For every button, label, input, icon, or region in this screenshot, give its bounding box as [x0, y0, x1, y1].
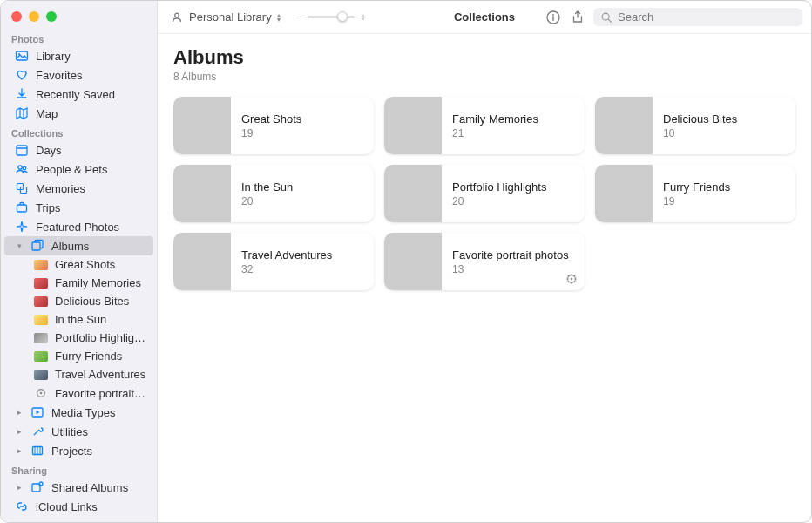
album-count: 19: [663, 195, 730, 207]
album-count: 32: [241, 263, 332, 275]
sidebar-album-delicious-bites[interactable]: Delicious Bites: [4, 292, 153, 310]
svg-point-14: [39, 482, 43, 486]
close-window-button[interactable]: [11, 11, 22, 22]
sidebar-item-label: Delicious Bites: [55, 295, 146, 308]
sidebar-item-label: Map: [36, 107, 146, 120]
album-card[interactable]: Travel Adventures32: [173, 233, 374, 290]
search-icon: [600, 11, 612, 24]
toolbar: Personal Library ▴▾ − + Collections: [158, 1, 811, 34]
library-picker[interactable]: Personal Library ▴▾: [166, 9, 284, 26]
slider-track[interactable]: [308, 16, 355, 18]
sidebar-album-great-shots[interactable]: Great Shots: [4, 255, 153, 274]
sidebar-item-label: Memories: [36, 182, 146, 195]
sidebar-album-travel-adventures[interactable]: Travel Adventures: [4, 365, 153, 384]
smart-album-gear-icon: [34, 386, 48, 400]
album-thumbnail-icon: [34, 351, 48, 362]
link-icon: [15, 499, 29, 513]
main-area: Personal Library ▴▾ − + Collections Albu…: [158, 1, 811, 522]
calendar-icon: [15, 143, 29, 157]
sidebar-album-family-memories[interactable]: Family Memories: [4, 274, 153, 292]
album-card[interactable]: In the Sun20: [173, 165, 374, 222]
fullscreen-window-button[interactable]: [46, 11, 57, 22]
smart-album-gear-icon[interactable]: [565, 273, 578, 285]
minimize-window-button[interactable]: [29, 11, 39, 22]
sidebar-item-recently-saved[interactable]: Recently Saved: [4, 85, 153, 104]
album-name: Great Shots: [241, 112, 301, 126]
zoom-in-label: +: [360, 10, 367, 24]
sidebar-item-library[interactable]: Library: [4, 46, 153, 65]
album-card[interactable]: Portfolio Highlights20: [384, 165, 585, 222]
album-card[interactable]: Furry Friends19: [595, 165, 795, 222]
album-thumbnail-icon: [34, 278, 48, 289]
album-card[interactable]: Family Memories21: [384, 97, 585, 154]
sidebar-item-label: Days: [36, 144, 146, 157]
album-name: Family Memories: [452, 112, 538, 126]
slider-knob[interactable]: [337, 11, 348, 22]
share-button[interactable]: [569, 9, 586, 26]
album-count-label: 8 Albums: [173, 71, 795, 83]
sidebar-item-days[interactable]: Days: [4, 140, 153, 160]
album-card[interactable]: Favorite portrait photos13: [384, 233, 585, 290]
sidebar-item-utilities[interactable]: ▸ Utilities: [4, 422, 153, 441]
zoom-slider[interactable]: − +: [296, 10, 367, 24]
sidebar-item-people-pets[interactable]: People & Pets: [4, 160, 153, 179]
svg-point-15: [175, 13, 179, 17]
disclosure-triangle-icon[interactable]: ▸: [15, 446, 24, 455]
sidebar-item-label: Favorite portrait photos: [55, 387, 146, 400]
sidebar-item-label: Featured Photos: [36, 221, 146, 234]
svg-rect-7: [17, 205, 27, 212]
zoom-out-label: −: [296, 10, 303, 24]
disclosure-triangle-icon[interactable]: ▸: [15, 408, 24, 417]
sidebar-item-label: Recently Saved: [36, 88, 146, 101]
albums-icon: [30, 239, 44, 253]
svg-point-3: [18, 166, 22, 169]
sidebar-album-portfolio-highlights[interactable]: Portfolio Highlights: [4, 329, 153, 347]
sidebar-item-label: Utilities: [51, 425, 146, 438]
album-grid: Great Shots19 Family Memories21 Deliciou…: [173, 97, 795, 290]
svg-point-17: [552, 14, 554, 16]
sidebar-album-favorite-portrait[interactable]: Favorite portrait photos: [4, 384, 153, 403]
search-input[interactable]: [618, 10, 795, 24]
sidebar-item-label: People & Pets: [36, 163, 146, 176]
album-count: 20: [241, 195, 293, 207]
album-card[interactable]: Great Shots19: [173, 97, 374, 154]
sidebar-section-photos: Photos: [1, 29, 157, 46]
sidebar-item-icloud-links[interactable]: iCloud Links: [4, 497, 153, 516]
disclosure-triangle-icon[interactable]: ▸: [15, 483, 24, 492]
download-icon: [15, 87, 29, 101]
sidebar-item-trips[interactable]: Trips: [4, 198, 153, 217]
search-field[interactable]: [593, 8, 802, 26]
sidebar-item-media-types[interactable]: ▸ Media Types: [4, 403, 153, 422]
sidebar-item-albums[interactable]: ▾ Albums: [4, 236, 153, 255]
disclosure-triangle-icon[interactable]: ▾: [15, 241, 24, 250]
toolbar-title: Collections: [454, 10, 515, 24]
sidebar-item-label: Albums: [51, 240, 146, 253]
sidebar-item-map[interactable]: Map: [4, 104, 153, 123]
sidebar-item-label: In the Sun: [55, 313, 146, 326]
sidebar-item-label: Great Shots: [55, 258, 146, 271]
album-count: 13: [452, 263, 569, 275]
sidebar-item-label: Furry Friends: [55, 350, 146, 363]
sidebar-album-in-the-sun[interactable]: In the Sun: [4, 310, 153, 329]
window-controls: [1, 1, 157, 29]
svg-rect-0: [17, 51, 28, 60]
sidebar-item-label: Family Memories: [55, 276, 146, 289]
sidebar-item-featured-photos[interactable]: Featured Photos: [4, 217, 153, 236]
sidebar-section-collections: Collections: [1, 123, 157, 140]
sidebar-item-shared-albums[interactable]: ▸ Shared Albums: [4, 478, 153, 497]
album-card[interactable]: Delicious Bites10: [595, 97, 795, 154]
sidebar-item-memories[interactable]: Memories: [4, 179, 153, 198]
sidebar-item-label: iCloud Links: [36, 500, 146, 513]
album-name: In the Sun: [241, 180, 293, 194]
sidebar-item-projects[interactable]: ▸ Projects: [4, 441, 153, 460]
disclosure-triangle-icon[interactable]: ▸: [15, 427, 24, 436]
heart-icon: [15, 68, 29, 82]
sidebar-item-label: Portfolio Highlights: [55, 331, 146, 344]
album-thumbnail: [595, 165, 653, 222]
info-button[interactable]: [545, 9, 562, 26]
sidebar-album-furry-friends[interactable]: Furry Friends: [4, 347, 153, 365]
album-count: 21: [452, 127, 538, 139]
sidebar-item-label: Trips: [36, 201, 146, 214]
album-thumbnail: [384, 233, 442, 290]
sidebar-item-favorites[interactable]: Favorites: [4, 65, 153, 85]
